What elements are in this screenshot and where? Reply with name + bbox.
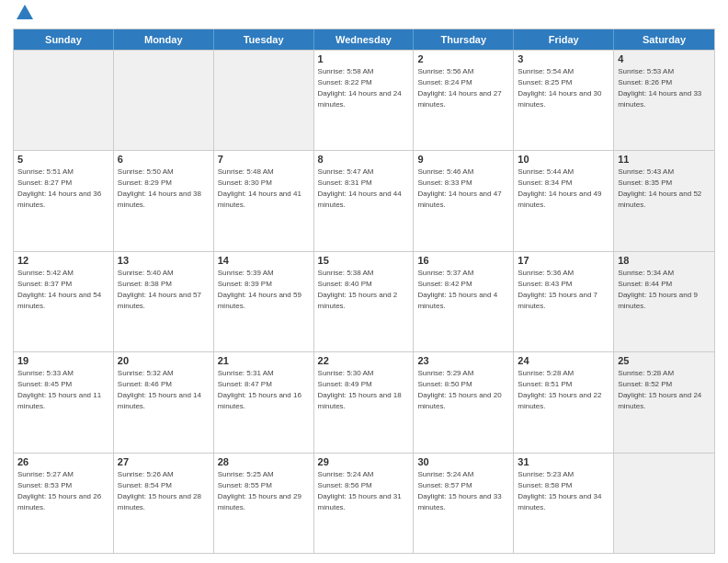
sun-info: Sunrise: 5:50 AMSunset: 8:29 PMDaylight:… xyxy=(118,167,210,211)
header-day-sunday: Sunday xyxy=(14,29,114,50)
sun-info: Sunrise: 5:28 AMSunset: 8:51 PMDaylight:… xyxy=(518,368,609,412)
cal-cell-12: 12Sunrise: 5:42 AMSunset: 8:37 PMDayligh… xyxy=(14,252,114,352)
cal-cell-14: 14Sunrise: 5:39 AMSunset: 8:39 PMDayligh… xyxy=(214,252,314,352)
day-number: 5 xyxy=(17,154,109,165)
sun-info: Sunrise: 5:32 AMSunset: 8:46 PMDaylight:… xyxy=(118,368,210,412)
day-number: 2 xyxy=(417,53,509,64)
header-day-wednesday: Wednesday xyxy=(314,29,415,50)
sun-info: Sunrise: 5:56 AMSunset: 8:24 PMDaylight:… xyxy=(417,66,509,110)
day-number: 4 xyxy=(618,53,711,64)
cal-cell-17: 17Sunrise: 5:36 AMSunset: 8:43 PMDayligh… xyxy=(514,252,614,352)
day-number: 9 xyxy=(417,154,509,165)
header xyxy=(13,9,715,25)
day-number: 30 xyxy=(417,456,509,467)
day-number: 24 xyxy=(518,355,609,366)
sun-info: Sunrise: 5:33 AMSunset: 8:45 PMDaylight:… xyxy=(17,368,109,412)
sun-info: Sunrise: 5:58 AMSunset: 8:22 PMDaylight:… xyxy=(318,66,410,110)
cal-cell-22: 22Sunrise: 5:30 AMSunset: 8:49 PMDayligh… xyxy=(314,352,415,453)
sun-info: Sunrise: 5:31 AMSunset: 8:47 PMDaylight:… xyxy=(218,368,310,412)
cal-cell-11: 11Sunrise: 5:43 AMSunset: 8:35 PMDayligh… xyxy=(614,151,714,251)
header-day-friday: Friday xyxy=(514,29,614,50)
sun-info: Sunrise: 5:44 AMSunset: 8:34 PMDaylight:… xyxy=(518,167,609,211)
day-number: 25 xyxy=(618,355,711,366)
day-number: 10 xyxy=(518,154,609,165)
day-number: 27 xyxy=(118,456,210,467)
sun-info: Sunrise: 5:54 AMSunset: 8:25 PMDaylight:… xyxy=(518,66,609,110)
sun-info: Sunrise: 5:40 AMSunset: 8:38 PMDaylight:… xyxy=(118,268,210,312)
day-number: 6 xyxy=(118,154,210,165)
sun-info: Sunrise: 5:27 AMSunset: 8:53 PMDaylight:… xyxy=(17,469,109,513)
day-number: 22 xyxy=(318,355,410,366)
page: SundayMondayTuesdayWednesdayThursdayFrid… xyxy=(0,0,728,563)
day-number: 19 xyxy=(17,355,109,366)
cal-cell-empty-w4-6 xyxy=(614,454,714,554)
calendar-body: 1Sunrise: 5:58 AMSunset: 8:22 PMDaylight… xyxy=(14,50,714,554)
cal-cell-6: 6Sunrise: 5:50 AMSunset: 8:29 PMDaylight… xyxy=(114,151,214,251)
cal-cell-5: 5Sunrise: 5:51 AMSunset: 8:27 PMDaylight… xyxy=(14,151,114,251)
day-number: 26 xyxy=(17,456,109,467)
sun-info: Sunrise: 5:53 AMSunset: 8:26 PMDaylight:… xyxy=(618,66,711,110)
sun-info: Sunrise: 5:43 AMSunset: 8:35 PMDaylight:… xyxy=(618,167,711,211)
sun-info: Sunrise: 5:28 AMSunset: 8:52 PMDaylight:… xyxy=(618,368,711,412)
cal-cell-29: 29Sunrise: 5:24 AMSunset: 8:56 PMDayligh… xyxy=(314,454,415,554)
day-number: 14 xyxy=(218,255,310,266)
cal-cell-10: 10Sunrise: 5:44 AMSunset: 8:34 PMDayligh… xyxy=(514,151,614,251)
sun-info: Sunrise: 5:51 AMSunset: 8:27 PMDaylight:… xyxy=(17,167,109,211)
cal-cell-empty-w0-2 xyxy=(214,51,314,151)
day-number: 13 xyxy=(118,255,210,266)
cal-cell-16: 16Sunrise: 5:37 AMSunset: 8:42 PMDayligh… xyxy=(414,252,514,352)
svg-marker-0 xyxy=(17,5,33,19)
logo-icon xyxy=(15,3,35,23)
day-number: 20 xyxy=(118,355,210,366)
cal-cell-3: 3Sunrise: 5:54 AMSunset: 8:25 PMDaylight… xyxy=(514,51,614,151)
week-row-5: 26Sunrise: 5:27 AMSunset: 8:53 PMDayligh… xyxy=(14,453,714,554)
header-day-monday: Monday xyxy=(114,29,214,50)
sun-info: Sunrise: 5:42 AMSunset: 8:37 PMDaylight:… xyxy=(17,268,109,312)
day-number: 1 xyxy=(318,53,410,64)
day-number: 11 xyxy=(618,154,711,165)
sun-info: Sunrise: 5:26 AMSunset: 8:54 PMDaylight:… xyxy=(118,469,210,513)
day-number: 8 xyxy=(318,154,410,165)
cal-cell-20: 20Sunrise: 5:32 AMSunset: 8:46 PMDayligh… xyxy=(114,352,214,453)
cal-cell-21: 21Sunrise: 5:31 AMSunset: 8:47 PMDayligh… xyxy=(214,352,314,453)
cal-cell-13: 13Sunrise: 5:40 AMSunset: 8:38 PMDayligh… xyxy=(114,252,214,352)
sun-info: Sunrise: 5:48 AMSunset: 8:30 PMDaylight:… xyxy=(218,167,310,211)
calendar-header: SundayMondayTuesdayWednesdayThursdayFrid… xyxy=(14,29,714,50)
sun-info: Sunrise: 5:38 AMSunset: 8:40 PMDaylight:… xyxy=(318,268,410,312)
cal-cell-8: 8Sunrise: 5:47 AMSunset: 8:31 PMDaylight… xyxy=(314,151,415,251)
sun-info: Sunrise: 5:23 AMSunset: 8:58 PMDaylight:… xyxy=(518,469,609,513)
week-row-3: 12Sunrise: 5:42 AMSunset: 8:37 PMDayligh… xyxy=(14,251,714,352)
sun-info: Sunrise: 5:34 AMSunset: 8:44 PMDaylight:… xyxy=(618,268,711,312)
week-row-4: 19Sunrise: 5:33 AMSunset: 8:45 PMDayligh… xyxy=(14,351,714,453)
sun-info: Sunrise: 5:24 AMSunset: 8:57 PMDaylight:… xyxy=(417,469,509,513)
cal-cell-1: 1Sunrise: 5:58 AMSunset: 8:22 PMDaylight… xyxy=(314,51,415,151)
cal-cell-19: 19Sunrise: 5:33 AMSunset: 8:45 PMDayligh… xyxy=(14,352,114,453)
cal-cell-empty-w0-0 xyxy=(14,51,114,151)
cal-cell-7: 7Sunrise: 5:48 AMSunset: 8:30 PMDaylight… xyxy=(214,151,314,251)
cal-cell-27: 27Sunrise: 5:26 AMSunset: 8:54 PMDayligh… xyxy=(114,454,214,554)
header-day-thursday: Thursday xyxy=(414,29,514,50)
cal-cell-4: 4Sunrise: 5:53 AMSunset: 8:26 PMDaylight… xyxy=(614,51,714,151)
day-number: 21 xyxy=(218,355,310,366)
day-number: 15 xyxy=(318,255,410,266)
day-number: 29 xyxy=(318,456,410,467)
calendar: SundayMondayTuesdayWednesdayThursdayFrid… xyxy=(13,29,715,555)
header-day-tuesday: Tuesday xyxy=(214,29,314,50)
cal-cell-31: 31Sunrise: 5:23 AMSunset: 8:58 PMDayligh… xyxy=(514,454,614,554)
header-day-saturday: Saturday xyxy=(614,29,714,50)
day-number: 12 xyxy=(17,255,109,266)
week-row-2: 5Sunrise: 5:51 AMSunset: 8:27 PMDaylight… xyxy=(14,150,714,251)
cal-cell-26: 26Sunrise: 5:27 AMSunset: 8:53 PMDayligh… xyxy=(14,454,114,554)
sun-info: Sunrise: 5:24 AMSunset: 8:56 PMDaylight:… xyxy=(318,469,410,513)
cal-cell-empty-w0-1 xyxy=(114,51,214,151)
cal-cell-15: 15Sunrise: 5:38 AMSunset: 8:40 PMDayligh… xyxy=(314,252,415,352)
cal-cell-25: 25Sunrise: 5:28 AMSunset: 8:52 PMDayligh… xyxy=(614,352,714,453)
cal-cell-24: 24Sunrise: 5:28 AMSunset: 8:51 PMDayligh… xyxy=(514,352,614,453)
sun-info: Sunrise: 5:47 AMSunset: 8:31 PMDaylight:… xyxy=(318,167,410,211)
sun-info: Sunrise: 5:29 AMSunset: 8:50 PMDaylight:… xyxy=(417,368,509,412)
day-number: 3 xyxy=(518,53,609,64)
sun-info: Sunrise: 5:39 AMSunset: 8:39 PMDaylight:… xyxy=(218,268,310,312)
sun-info: Sunrise: 5:46 AMSunset: 8:33 PMDaylight:… xyxy=(417,167,509,211)
cal-cell-23: 23Sunrise: 5:29 AMSunset: 8:50 PMDayligh… xyxy=(414,352,514,453)
day-number: 16 xyxy=(417,255,509,266)
